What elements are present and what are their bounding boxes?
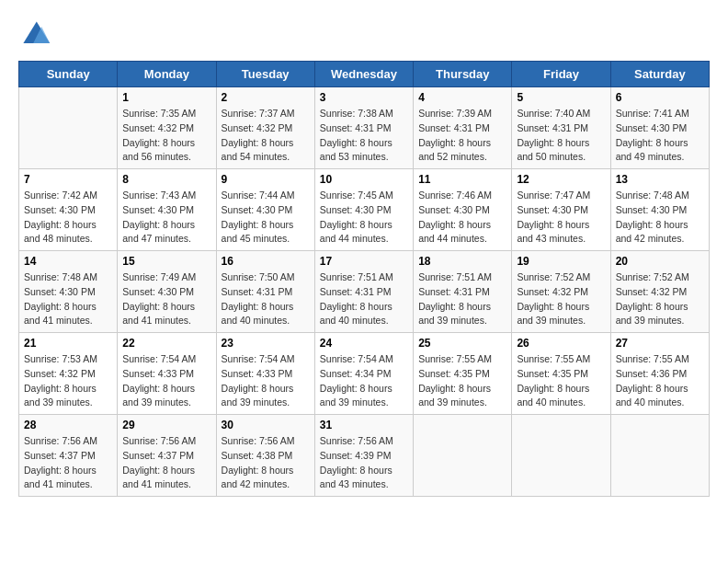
day-info: Sunrise: 7:51 AMSunset: 4:31 PMDaylight:… [418,270,506,328]
day-info: Sunrise: 7:42 AMSunset: 4:30 PMDaylight:… [24,189,112,247]
day-number: 14 [24,255,112,268]
day-cell: 2Sunrise: 7:37 AMSunset: 4:32 PMDaylight… [216,87,314,169]
day-cell: 8Sunrise: 7:43 AMSunset: 4:30 PMDaylight… [118,169,216,251]
day-number: 27 [616,337,704,350]
day-info: Sunrise: 7:52 AMSunset: 4:32 PMDaylight:… [616,270,704,328]
day-cell: 22Sunrise: 7:54 AMSunset: 4:33 PMDayligh… [118,333,216,415]
day-cell: 17Sunrise: 7:51 AMSunset: 4:31 PMDayligh… [314,251,413,333]
day-info: Sunrise: 7:40 AMSunset: 4:31 PMDaylight:… [517,107,605,165]
day-number: 5 [517,91,605,104]
day-cell: 21Sunrise: 7:53 AMSunset: 4:32 PMDayligh… [19,333,118,415]
header-day-saturday: Saturday [610,62,709,87]
day-info: Sunrise: 7:56 AMSunset: 4:37 PMDaylight:… [24,434,112,492]
day-cell: 4Sunrise: 7:39 AMSunset: 4:31 PMDaylight… [414,87,512,169]
day-cell: 14Sunrise: 7:48 AMSunset: 4:30 PMDayligh… [19,251,118,333]
day-info: Sunrise: 7:55 AMSunset: 4:35 PMDaylight:… [517,352,605,410]
day-number: 8 [122,173,210,186]
day-number: 21 [24,337,112,350]
day-number: 15 [122,255,210,268]
day-cell: 18Sunrise: 7:51 AMSunset: 4:31 PMDayligh… [414,251,512,333]
day-number: 25 [418,337,506,350]
week-row-1: 1Sunrise: 7:35 AMSunset: 4:32 PMDaylight… [19,87,710,169]
day-number: 23 [222,337,310,350]
day-cell: 5Sunrise: 7:40 AMSunset: 4:31 PMDaylight… [512,87,610,169]
day-info: Sunrise: 7:54 AMSunset: 4:33 PMDaylight:… [122,352,210,410]
day-cell [512,415,610,497]
week-row-3: 14Sunrise: 7:48 AMSunset: 4:30 PMDayligh… [19,251,710,333]
day-cell: 6Sunrise: 7:41 AMSunset: 4:30 PMDaylight… [610,87,709,169]
day-info: Sunrise: 7:35 AMSunset: 4:32 PMDaylight:… [122,107,210,165]
calendar-table: SundayMondayTuesdayWednesdayThursdayFrid… [18,61,710,497]
day-cell [19,87,118,169]
header-day-sunday: Sunday [19,62,118,87]
day-number: 12 [517,173,605,186]
day-cell: 28Sunrise: 7:56 AMSunset: 4:37 PMDayligh… [19,415,118,497]
day-number: 1 [122,91,210,104]
header-day-monday: Monday [118,62,216,87]
day-number: 10 [320,173,408,186]
day-info: Sunrise: 7:41 AMSunset: 4:30 PMDaylight:… [616,107,704,165]
day-cell: 26Sunrise: 7:55 AMSunset: 4:35 PMDayligh… [512,333,610,415]
page-header [18,18,710,52]
day-info: Sunrise: 7:47 AMSunset: 4:30 PMDaylight:… [517,189,605,247]
day-info: Sunrise: 7:49 AMSunset: 4:30 PMDaylight:… [122,270,210,328]
logo [18,18,55,52]
calendar-header: SundayMondayTuesdayWednesdayThursdayFrid… [19,62,710,87]
day-cell: 7Sunrise: 7:42 AMSunset: 4:30 PMDaylight… [19,169,118,251]
day-number: 22 [122,337,210,350]
day-info: Sunrise: 7:54 AMSunset: 4:33 PMDaylight:… [222,352,310,410]
header-row: SundayMondayTuesdayWednesdayThursdayFrid… [19,62,710,87]
day-info: Sunrise: 7:56 AMSunset: 4:38 PMDaylight:… [222,434,310,492]
day-cell: 15Sunrise: 7:49 AMSunset: 4:30 PMDayligh… [118,251,216,333]
day-cell: 24Sunrise: 7:54 AMSunset: 4:34 PMDayligh… [314,333,413,415]
day-cell: 25Sunrise: 7:55 AMSunset: 4:35 PMDayligh… [414,333,512,415]
day-number: 18 [418,255,506,268]
day-info: Sunrise: 7:53 AMSunset: 4:32 PMDaylight:… [24,352,112,410]
day-info: Sunrise: 7:38 AMSunset: 4:31 PMDaylight:… [320,107,408,165]
day-number: 24 [320,337,408,350]
day-info: Sunrise: 7:55 AMSunset: 4:36 PMDaylight:… [616,352,704,410]
day-cell [610,415,709,497]
header-day-wednesday: Wednesday [314,62,413,87]
day-info: Sunrise: 7:39 AMSunset: 4:31 PMDaylight:… [418,107,506,165]
day-info: Sunrise: 7:56 AMSunset: 4:37 PMDaylight:… [122,434,210,492]
day-number: 30 [222,419,310,431]
day-info: Sunrise: 7:45 AMSunset: 4:30 PMDaylight:… [320,189,408,247]
day-info: Sunrise: 7:55 AMSunset: 4:35 PMDaylight:… [418,352,506,410]
header-day-thursday: Thursday [414,62,512,87]
day-info: Sunrise: 7:52 AMSunset: 4:32 PMDaylight:… [517,270,605,328]
day-cell: 31Sunrise: 7:56 AMSunset: 4:39 PMDayligh… [314,415,413,497]
day-cell: 9Sunrise: 7:44 AMSunset: 4:30 PMDaylight… [216,169,314,251]
week-row-5: 28Sunrise: 7:56 AMSunset: 4:37 PMDayligh… [19,415,710,497]
day-info: Sunrise: 7:50 AMSunset: 4:31 PMDaylight:… [222,270,310,328]
day-cell: 12Sunrise: 7:47 AMSunset: 4:30 PMDayligh… [512,169,610,251]
day-number: 9 [222,173,310,186]
day-number: 13 [616,173,704,186]
day-info: Sunrise: 7:51 AMSunset: 4:31 PMDaylight:… [320,270,408,328]
day-cell: 27Sunrise: 7:55 AMSunset: 4:36 PMDayligh… [610,333,709,415]
day-cell: 30Sunrise: 7:56 AMSunset: 4:38 PMDayligh… [216,415,314,497]
day-info: Sunrise: 7:46 AMSunset: 4:30 PMDaylight:… [418,189,506,247]
day-cell: 1Sunrise: 7:35 AMSunset: 4:32 PMDaylight… [118,87,216,169]
day-number: 16 [222,255,310,268]
day-number: 3 [320,91,408,104]
day-number: 29 [122,419,210,431]
day-number: 19 [517,255,605,268]
header-day-friday: Friday [512,62,610,87]
day-cell: 20Sunrise: 7:52 AMSunset: 4:32 PMDayligh… [610,251,709,333]
day-info: Sunrise: 7:48 AMSunset: 4:30 PMDaylight:… [24,270,112,328]
day-cell: 19Sunrise: 7:52 AMSunset: 4:32 PMDayligh… [512,251,610,333]
day-info: Sunrise: 7:56 AMSunset: 4:39 PMDaylight:… [320,434,408,492]
day-cell: 16Sunrise: 7:50 AMSunset: 4:31 PMDayligh… [216,251,314,333]
day-info: Sunrise: 7:48 AMSunset: 4:30 PMDaylight:… [616,189,704,247]
day-number: 20 [616,255,704,268]
day-cell: 10Sunrise: 7:45 AMSunset: 4:30 PMDayligh… [314,169,413,251]
day-cell: 3Sunrise: 7:38 AMSunset: 4:31 PMDaylight… [314,87,413,169]
day-info: Sunrise: 7:54 AMSunset: 4:34 PMDaylight:… [320,352,408,410]
day-info: Sunrise: 7:37 AMSunset: 4:32 PMDaylight:… [222,107,310,165]
day-info: Sunrise: 7:43 AMSunset: 4:30 PMDaylight:… [122,189,210,247]
day-number: 4 [418,91,506,104]
day-number: 11 [418,173,506,186]
day-number: 7 [24,173,112,186]
day-number: 6 [616,91,704,104]
